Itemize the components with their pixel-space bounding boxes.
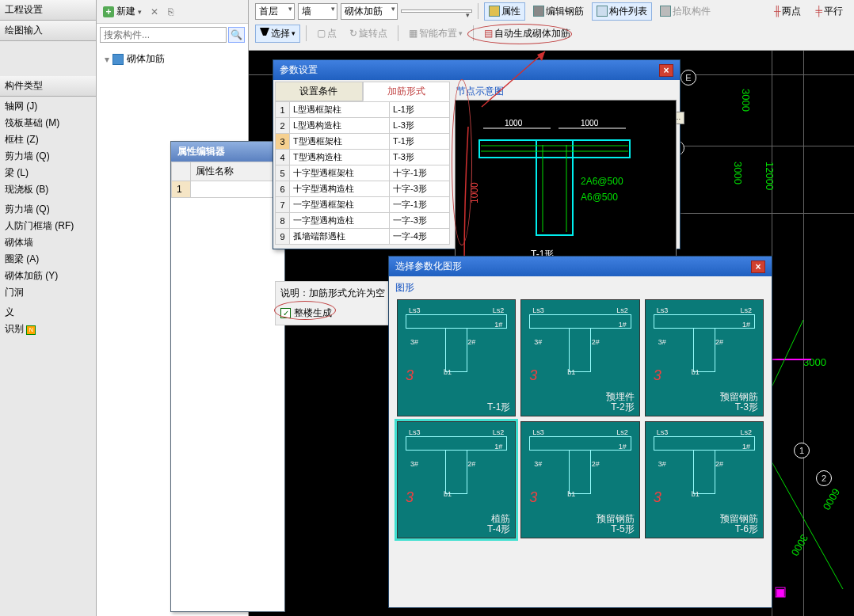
section-project-settings[interactable]: 工程设置 <box>0 0 96 21</box>
diagram-header: 节点示意图 <box>455 83 677 100</box>
table-row[interactable]: 9孤墙端部遇柱一字-4形 <box>276 229 450 245</box>
cell-form[interactable]: 一字-3形 <box>390 213 450 229</box>
auto-generate-button[interactable]: ▤自动生成砌体加筋 <box>479 25 575 43</box>
table-row[interactable]: 2L型遇构造柱L-3形 <box>276 118 450 134</box>
property-button[interactable]: 属性 <box>484 2 525 21</box>
gen-icon: ▤ <box>484 28 493 39</box>
dialog-titlebar[interactable]: 选择参数化图形 × <box>389 257 772 276</box>
two-point-button[interactable]: ╫两点 <box>769 2 806 21</box>
component-list-button[interactable]: 构件列表 <box>592 2 652 21</box>
shape-option[interactable]: Ls3 Ls2 2# 3# 1# b1 3 预留钢筋T-5形 <box>520 421 639 538</box>
table-row[interactable]: 8一字型遇构造柱一字-3形 <box>276 213 450 229</box>
category-dropdown[interactable]: 墙 <box>298 3 337 20</box>
close-button[interactable]: × <box>659 64 673 77</box>
floor-dropdown[interactable]: 首层 <box>255 3 295 20</box>
rotate-icon: ↻ <box>349 28 357 39</box>
dialog-title: 选择参数化图形 <box>395 260 462 273</box>
search-button[interactable]: 🔍 <box>228 27 245 43</box>
cell-condition[interactable]: 十字型遇框架柱 <box>290 165 390 181</box>
shape-option[interactable]: Ls3 Ls2 2# 3# 1# b1 3 预留钢筋T-6形 <box>645 421 764 538</box>
copy-button[interactable]: ⎘ <box>165 5 177 19</box>
cell-condition[interactable]: 孤墙端部遇柱 <box>290 229 390 245</box>
dimension-text: 3000 <box>803 356 826 368</box>
section-draw-input[interactable]: 绘图输入 <box>0 21 96 41</box>
shape-option[interactable]: Ls3 Ls2 2# 3# 1# b1 3 T-1形 <box>397 299 516 416</box>
component-type-header: 构件类型 <box>0 76 96 97</box>
search-input[interactable] <box>100 27 227 43</box>
cell-form[interactable]: L-1形 <box>390 102 450 118</box>
cell-form[interactable]: L-3形 <box>390 118 450 134</box>
list-item[interactable]: 砌体墙 <box>0 234 96 251</box>
cell-condition[interactable]: L型遇构造柱 <box>290 118 390 134</box>
row-number: 3 <box>276 134 290 150</box>
node-diagram: 1000 1000 2A6@500 A6@500 1000 T-1形 <box>455 100 677 262</box>
point-button[interactable]: ▢点 <box>312 25 341 43</box>
cell-condition[interactable]: 十字型遇构造柱 <box>290 181 390 197</box>
instance-dropdown[interactable] <box>401 10 472 13</box>
cell-condition[interactable]: T型遇框架柱 <box>290 134 390 150</box>
plus-icon: + <box>103 6 114 17</box>
list-item[interactable]: 框柱 (Z) <box>0 131 96 148</box>
list-item[interactable]: 圈梁 (A) <box>0 251 96 268</box>
cell-form[interactable]: T-1形 <box>390 134 450 150</box>
type-dropdown[interactable]: 砌体加筋 <box>341 3 398 20</box>
svg-text:1000: 1000 <box>581 119 599 127</box>
component-icon <box>112 54 124 65</box>
svg-rect-9 <box>536 140 573 235</box>
component-type-list: 轴网 (J) 筏板基础 (M) 框柱 (Z) 剪力墙 (Q) 梁 (L) 现浇板… <box>0 97 96 339</box>
cell-form[interactable]: 十字-3形 <box>390 181 450 197</box>
table-row[interactable]: 4T型遇构造柱T-3形 <box>276 150 450 165</box>
shape-option[interactable]: Ls3 Ls2 2# 3# 1# b1 3 植筋T-4形 <box>397 421 516 538</box>
svg-text:1000: 1000 <box>505 119 523 127</box>
tab-rebar-form[interactable]: 加筋形式 <box>363 82 451 101</box>
shape-option[interactable]: Ls3 Ls2 2# 3# 1# b1 3 预留钢筋T-3形 <box>645 299 764 416</box>
cell-form[interactable]: 十字-1形 <box>390 165 450 181</box>
cell-condition[interactable]: 一字型遇构造柱 <box>290 213 390 229</box>
cell-condition[interactable]: L型遇框架柱 <box>290 102 390 118</box>
dialog-titlebar[interactable]: 参数设置 × <box>273 60 680 80</box>
list-item[interactable]: 轴网 (J) <box>0 98 96 115</box>
parallel-button[interactable]: ╪平行 <box>810 2 848 21</box>
row-number: 6 <box>276 181 290 197</box>
list-item[interactable]: 梁 (L) <box>0 165 96 181</box>
tree-toolbar: + 新建 ▾ ✕ ⎘ <box>97 0 248 24</box>
table-row[interactable]: 5十字型遇框架柱十字-1形 <box>276 165 450 181</box>
table-row[interactable]: 1L型遇框架柱L-1形 <box>276 102 450 118</box>
cell-form[interactable]: T-3形 <box>390 150 450 165</box>
list-item[interactable]: 人防门框墙 (RF) <box>0 218 96 234</box>
list-item[interactable]: 识别 N <box>0 321 96 337</box>
dimension-text: 3000 <box>740 89 752 112</box>
origin-marker <box>776 589 784 597</box>
table-row[interactable]: 7一字型遇框架柱一字-1形 <box>276 197 450 213</box>
tree-node-masonry-rebar[interactable]: ▾ 砌体加筋 <box>105 51 240 67</box>
cell-condition[interactable]: T型遇构造柱 <box>290 150 390 165</box>
list-item[interactable]: 义 <box>0 304 96 321</box>
new-icon: N <box>26 325 36 335</box>
edit-rebar-button[interactable]: 编辑钢筋 <box>528 2 589 21</box>
svg-rect-8 <box>479 140 630 158</box>
rotate-button[interactable]: ↻旋转点 <box>345 25 392 43</box>
pick-button[interactable]: 拾取构件 <box>655 2 715 21</box>
list-item[interactable]: 砌体加筋 (Y) <box>0 268 96 284</box>
dialog-title[interactable]: 属性编辑器 <box>171 142 284 162</box>
close-button[interactable]: × <box>751 260 765 273</box>
tab-conditions[interactable]: 设置条件 <box>275 82 363 101</box>
shape-option[interactable]: Ls3 Ls2 2# 3# 1# b1 3 预埋件T-2形 <box>520 299 639 416</box>
select-button[interactable]: 选择▾ <box>255 25 300 43</box>
list-item[interactable]: 剪力墙 (Q) <box>0 148 96 165</box>
cell-condition[interactable]: 一字型遇框架柱 <box>290 197 390 213</box>
whole-building-checkbox[interactable]: ✓ 整楼生成 <box>280 306 332 320</box>
list-item[interactable]: 现浇板 (B) <box>0 181 96 198</box>
new-button[interactable]: + 新建 ▾ <box>100 3 145 20</box>
cell-form[interactable]: 一字-1形 <box>390 197 450 213</box>
table-row[interactable]: 3T型遇框架柱T-1形 <box>276 134 450 150</box>
list-item[interactable]: 剪力墙 (Q) <box>0 201 96 218</box>
table-row[interactable]: 6十字型遇构造柱十字-3形 <box>276 181 450 197</box>
chevron-down-icon: ▾ <box>138 8 142 16</box>
clone-button[interactable]: ✕ <box>147 5 162 19</box>
smart-layout-button[interactable]: ▦智能布置▾ <box>404 25 467 43</box>
list-item[interactable]: 筏板基础 (M) <box>0 115 96 131</box>
cell-form[interactable]: 一字-4形 <box>390 229 450 245</box>
list-item[interactable]: 门洞 <box>0 284 96 301</box>
property-cell[interactable] <box>191 181 284 198</box>
